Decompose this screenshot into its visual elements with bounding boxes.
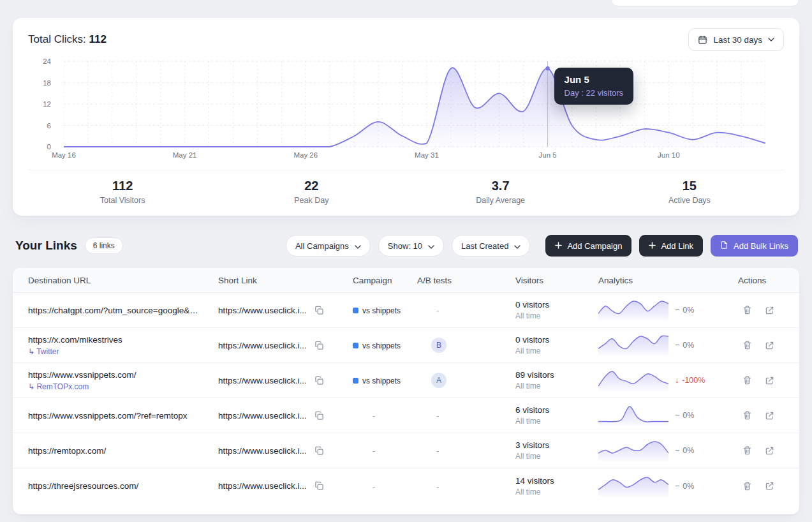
destination-url: https://www.vssnippets.com/?ref=remtopx <box>28 411 218 421</box>
copy-short-link-button[interactable] <box>313 479 326 493</box>
open-link-button[interactable] <box>763 374 776 387</box>
links-table-header: Destination URL Short Link Campaign A/B … <box>13 268 799 293</box>
stat-daily-average: 3.7 Daily Average <box>406 179 595 205</box>
sparkline-chart <box>598 369 668 391</box>
copy-short-link-button[interactable] <box>313 339 326 352</box>
visitors-count: 6 visitors <box>515 405 598 415</box>
copy-short-link-button[interactable] <box>313 444 326 458</box>
ab-empty: - <box>436 306 439 315</box>
chevron-down-icon <box>355 241 361 251</box>
campaign-color-dot <box>353 343 358 348</box>
total-clicks-value: 112 <box>89 33 106 45</box>
visitors-count: 14 visitors <box>515 476 598 486</box>
delete-link-button[interactable] <box>741 408 754 422</box>
col-analytics: Analytics <box>598 276 738 285</box>
change-indicator: −0% <box>675 341 694 350</box>
campaign-color-dot <box>353 378 358 384</box>
y-tick-label: 12 <box>43 100 51 108</box>
visitors-period: All time <box>515 417 598 426</box>
destination-url: https://threejsresources.com/ <box>28 481 218 491</box>
sort-order-dropdown[interactable]: Last Created <box>452 235 530 257</box>
change-indicator: −0% <box>675 446 694 455</box>
open-link-button[interactable] <box>763 444 776 458</box>
short-link: https://www.useclick.i... <box>218 481 307 491</box>
date-range-dropdown[interactable]: Last 30 days <box>688 28 784 51</box>
table-row: https://threejsresources.com/ https://ww… <box>13 468 799 503</box>
short-link: https://www.useclick.i... <box>218 341 307 350</box>
x-tick-label: May 16 <box>52 151 76 159</box>
chevron-down-icon <box>428 241 434 251</box>
destination-source-link[interactable]: ↳ Twitter <box>28 347 218 356</box>
visitors-count: 0 visitors <box>515 300 598 309</box>
campaign-tag: vs shippets <box>353 341 401 350</box>
table-row: https://chatgpt.com/?utm_source=google&…… <box>13 293 799 328</box>
sparkline-chart <box>598 440 668 461</box>
copy-short-link-button[interactable] <box>313 409 326 422</box>
change-indicator: −0% <box>675 306 694 315</box>
calendar-icon <box>698 35 707 45</box>
chart-x-axis: May 16May 21May 26May 31Jun 5Jun 10 <box>64 148 765 162</box>
open-link-button[interactable] <box>763 304 776 317</box>
plus-icon <box>555 241 562 251</box>
add-bulk-links-button[interactable]: Add Bulk Links <box>711 235 798 257</box>
visitors-period: All time <box>515 452 598 461</box>
copy-short-link-button[interactable] <box>313 374 326 387</box>
visitors-period: All time <box>515 347 598 355</box>
delete-link-button[interactable] <box>741 444 754 458</box>
chart-tooltip: Jun 5 Day : 22 visitors <box>554 68 633 105</box>
clicks-chart[interactable]: Jun 5 Day : 22 visitors <box>64 59 765 148</box>
links-table-body: https://chatgpt.com/?utm_source=google&…… <box>13 293 799 503</box>
x-tick-label: Jun 5 <box>539 151 557 159</box>
sparkline-chart <box>598 405 668 426</box>
chevron-down-icon <box>768 38 774 41</box>
campaign-tag: vs shippets <box>353 306 401 315</box>
campaign-color-dot <box>353 308 358 313</box>
tooltip-date: Jun 5 <box>565 74 623 85</box>
sparkline-chart <box>598 334 668 356</box>
add-campaign-button[interactable]: Add Campaign <box>545 235 631 257</box>
open-link-button[interactable] <box>763 409 776 422</box>
visitors-count: 3 visitors <box>515 440 598 450</box>
chevron-down-icon <box>514 241 520 251</box>
stat-active-days: 15 Active Days <box>595 179 784 205</box>
y-tick-label: 6 <box>47 122 51 130</box>
delete-link-button[interactable] <box>741 373 754 387</box>
ab-empty: - <box>436 411 439 421</box>
delete-link-button[interactable] <box>741 338 754 352</box>
cutoff-search-bar[interactable] <box>611 0 799 6</box>
show-count-dropdown[interactable]: Show: 10 <box>378 235 444 257</box>
delete-link-button[interactable] <box>741 303 754 317</box>
sparkline-chart <box>598 475 668 497</box>
stat-peak-day: 22 Peak Day <box>217 179 406 205</box>
campaigns-filter-dropdown[interactable]: All Campaigns <box>286 235 371 257</box>
date-range-label: Last 30 days <box>713 35 762 45</box>
y-tick-label: 0 <box>47 143 51 151</box>
total-clicks-title: Total Clicks: 112 <box>28 33 107 46</box>
chart-stats-row: 112 Total Visitors 22 Peak Day 3.7 Daily… <box>28 170 784 205</box>
your-links-header: Your Links 6 links All Campaigns Show: 1… <box>15 235 798 257</box>
ab-test-badge: B <box>431 338 447 353</box>
chart-y-axis: 06121824 <box>28 59 55 148</box>
y-tick-label: 18 <box>43 79 51 87</box>
total-clicks-card: Total Clicks: 112 Last 30 days 06121824 … <box>13 18 799 216</box>
table-row: https://www.vssnippets.com/ ↳ RemTOPx.co… <box>13 363 799 398</box>
short-link: https://www.useclick.i... <box>218 446 307 456</box>
col-campaign: Campaign <box>353 276 417 285</box>
x-tick-label: Jun 10 <box>658 151 680 159</box>
tooltip-value: Day : 22 visitors <box>565 88 623 98</box>
sub-link-arrow-icon: ↳ <box>28 347 34 356</box>
destination-source-link[interactable]: ↳ RemTOPx.com <box>28 382 218 391</box>
x-tick-label: May 31 <box>415 151 439 159</box>
open-link-button[interactable] <box>763 479 776 493</box>
open-link-button[interactable] <box>763 339 776 352</box>
sparkline-chart <box>598 299 668 321</box>
your-links-title: Your Links <box>15 239 77 253</box>
table-row: https://www.vssnippets.com/?ref=remtopx … <box>13 398 799 433</box>
add-link-button[interactable]: Add Link <box>639 235 703 257</box>
copy-short-link-button[interactable] <box>313 304 326 317</box>
visitors-period: All time <box>515 311 598 320</box>
sub-link-arrow-icon: ↳ <box>28 382 34 391</box>
visitors-period: All time <box>515 382 598 391</box>
delete-link-button[interactable] <box>741 479 754 493</box>
campaign-empty: - <box>373 482 375 491</box>
